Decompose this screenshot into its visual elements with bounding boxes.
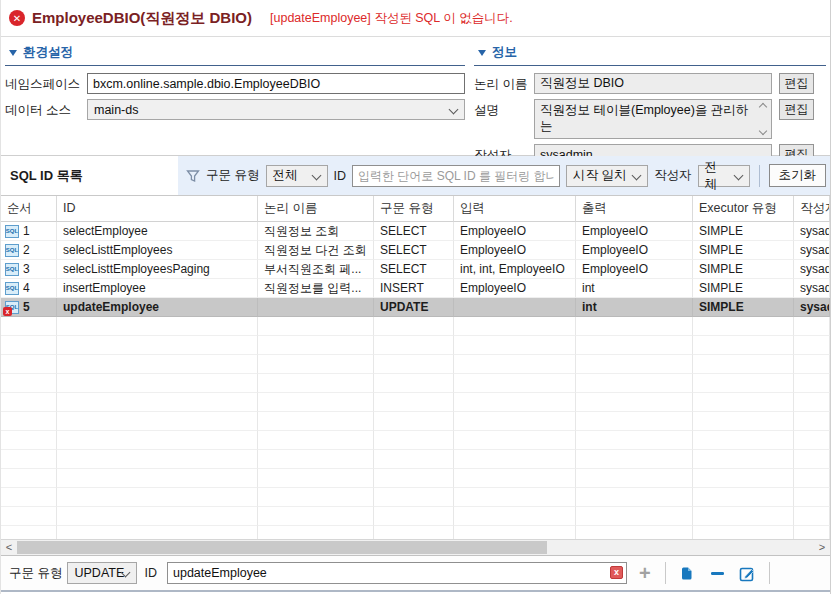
description-textarea[interactable]: 직원정보 테이블(Employee)을 관리하는 (534, 99, 772, 139)
env-settings-header[interactable]: 환경설정 (5, 42, 465, 66)
table-row[interactable] (1, 488, 830, 507)
scrollbar-thumb[interactable] (17, 541, 547, 554)
stmt-type-filter-label: 구문 유형 (206, 167, 259, 184)
table-row[interactable] (1, 450, 830, 469)
table-row[interactable] (1, 507, 830, 526)
logical-name-input[interactable] (534, 73, 772, 94)
cell-input (454, 469, 576, 488)
cell-executor (693, 488, 794, 507)
id-filter-input[interactable] (352, 165, 560, 187)
table-row[interactable] (1, 393, 830, 412)
cell-type (374, 374, 454, 393)
edit-sql-icon[interactable] (739, 565, 756, 582)
cell-type (374, 450, 454, 469)
edit-description-button[interactable]: 편집 (779, 99, 814, 120)
table-row[interactable]: SQL3selecListtEmployeesPaging부서직원조회 페...… (1, 260, 830, 279)
bottom-stmt-type-select[interactable]: UPDATE (67, 562, 137, 584)
scroll-left-icon[interactable]: < (1, 540, 17, 555)
cell-author (794, 374, 830, 393)
cell-id: selecListtEmployeesPaging (57, 260, 258, 279)
cell-seq (1, 355, 57, 374)
cell-logical (258, 374, 374, 393)
cell-input: EmployeeIO (454, 241, 576, 260)
datasource-select[interactable]: main-ds (87, 99, 465, 120)
cell-seq (1, 469, 57, 488)
edit-logical-name-button[interactable]: 편집 (779, 73, 814, 94)
bottom-id-input[interactable] (167, 562, 627, 584)
cell-logical (258, 393, 374, 412)
cell-id (57, 374, 258, 393)
cell-id: selectEmployee (57, 222, 258, 241)
logical-name-row: 논리 이름 편집 (474, 73, 826, 94)
col-header-executor[interactable]: Executor 유형 (693, 196, 794, 222)
table-row[interactable]: SQLx5updateEmployeeUPDATEintSIMPLEsysadm… (1, 298, 830, 317)
chevron-down-icon (449, 105, 459, 115)
cell-executor (693, 374, 794, 393)
sql-icon: SQL (5, 244, 19, 257)
table-row[interactable] (1, 412, 830, 431)
table-row[interactable] (1, 317, 830, 336)
table-row[interactable] (1, 336, 830, 355)
cell-executor (693, 469, 794, 488)
col-header-id[interactable]: ID (57, 196, 258, 222)
cell-executor (693, 393, 794, 412)
sql-table-body: SQL1selectEmployee직원정보 조회SELECTEmployeeI… (1, 222, 830, 539)
table-row[interactable] (1, 355, 830, 374)
id-filter-label: ID (334, 169, 347, 183)
col-header-output[interactable]: 출력 (576, 196, 693, 222)
textarea-scrollbar[interactable] (755, 101, 770, 137)
sql-icon: SQL (5, 225, 19, 238)
scroll-right-icon[interactable]: > (814, 540, 830, 555)
cell-logical: 부서직원조회 페... (258, 260, 374, 279)
col-header-author[interactable]: 작성자 (794, 196, 830, 222)
cell-id (57, 412, 258, 431)
cell-id (57, 488, 258, 507)
table-row[interactable]: SQL1selectEmployee직원정보 조회SELECTEmployeeI… (1, 222, 830, 241)
cell-executor (693, 526, 794, 539)
cell-seq: SQL3 (1, 260, 57, 279)
cell-id (57, 469, 258, 488)
col-header-logical[interactable]: 논리 이름 (258, 196, 374, 222)
cell-seq (1, 336, 57, 355)
cell-seq: SQLx5 (1, 298, 57, 317)
author-filter-select[interactable]: 전체 (698, 165, 750, 187)
remove-sql-icon[interactable] (710, 566, 725, 581)
chevron-down-icon (632, 170, 642, 180)
stmt-type-filter-select[interactable]: 전체 (266, 165, 328, 187)
scroll-down-icon[interactable] (758, 127, 766, 135)
bottom-id-input-wrap: x (167, 562, 627, 584)
horizontal-scrollbar[interactable]: < > (1, 539, 830, 555)
cell-author (794, 336, 830, 355)
cell-executor (693, 450, 794, 469)
table-row[interactable] (1, 526, 830, 539)
col-header-input[interactable]: 입력 (454, 196, 576, 222)
add-sql-icon[interactable]: + (639, 563, 651, 583)
upper-panels: 환경설정 네임스페이스 데이터 소스 main-ds 정보 논리 이름 (1, 37, 830, 155)
page-title: EmployeeDBIO(직원정보 DBIO) (32, 9, 252, 28)
col-header-type[interactable]: 구문 유형 (374, 196, 454, 222)
datasource-label: 데이터 소스 (5, 99, 87, 119)
cell-type (374, 431, 454, 450)
table-row[interactable]: SQL4insertEmployee직원정보를 입력...INSERTEmplo… (1, 279, 830, 298)
collapse-triangle-icon (9, 50, 17, 56)
copy-sql-icon[interactable] (679, 565, 696, 582)
cell-type: INSERT (374, 279, 454, 298)
match-mode-select[interactable]: 시작 일치 (566, 165, 648, 187)
description-row: 설명 직원정보 테이블(Employee)을 관리하는 편집 (474, 99, 826, 139)
cell-output (576, 526, 693, 539)
title-bar: ✕ EmployeeDBIO(직원정보 DBIO) [updateEmploye… (1, 0, 830, 37)
table-row[interactable] (1, 431, 830, 450)
bottom-id-label: ID (144, 566, 157, 580)
cell-id (57, 526, 258, 539)
author-filter-label: 작성자 (654, 167, 692, 184)
sql-icon: SQL (5, 263, 19, 276)
cell-logical: 직원정보를 입력... (258, 279, 374, 298)
col-header-seq[interactable]: 순서 (1, 196, 57, 222)
reset-filter-button[interactable]: 초기화 (769, 164, 827, 187)
table-row[interactable]: SQL2selecListtEmployees직원정보 다건 조회SELECTE… (1, 241, 830, 260)
namespace-input[interactable] (87, 73, 465, 94)
table-row[interactable] (1, 374, 830, 393)
table-row[interactable] (1, 469, 830, 488)
scroll-up-icon[interactable] (758, 103, 766, 111)
info-header[interactable]: 정보 (474, 42, 826, 66)
